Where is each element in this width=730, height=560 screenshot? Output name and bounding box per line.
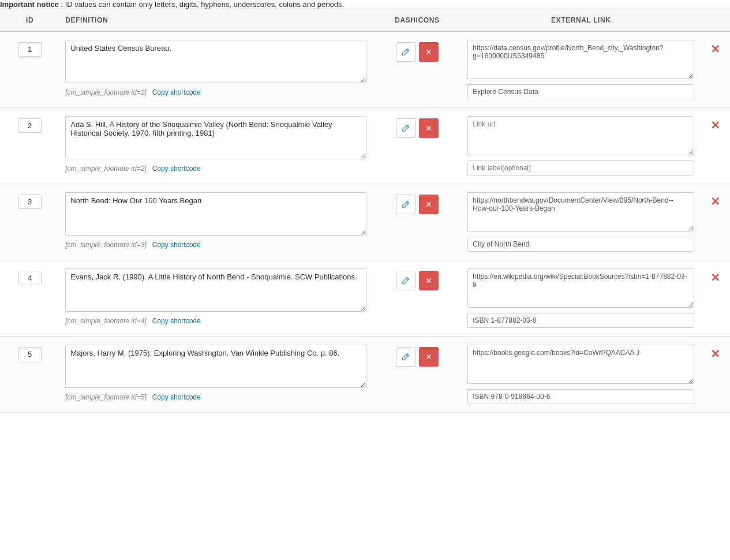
id-cell: 4 [0,260,59,337]
dashicons-cell: ✕ [372,32,462,108]
external-link-cell [462,184,700,260]
copy-shortcode-link[interactable]: Copy shortcode [152,165,201,173]
important-notice: Important notice : ID values can contain… [0,0,730,9]
id-value: 3 [18,195,42,209]
copy-shortcode-link[interactable]: Copy shortcode [152,317,201,325]
external-label-input[interactable] [467,313,694,328]
definition-textarea[interactable] [65,116,366,159]
delete-row-button[interactable]: ✕ [710,195,720,208]
definition-textarea[interactable] [65,345,366,388]
edit-dashicon-button[interactable] [396,195,415,214]
external-link-cell [462,32,700,108]
col-header-id: ID [0,9,59,32]
definition-cell: [cm_simple_footnote id=2]Copy shortcode [59,108,372,184]
external-link-cell [462,108,700,184]
edit-dashicon-button[interactable] [396,347,415,367]
external-label-input[interactable] [467,84,694,99]
clear-dashicon-button[interactable]: ✕ [419,42,439,62]
definition-cell: [cm_simple_footnote id=3]Copy shortcode [59,184,372,260]
notice-text: Important notice : ID values can contain… [0,0,344,9]
delete-row-button[interactable]: ✕ [710,118,720,132]
copy-shortcode-link[interactable]: Copy shortcode [152,88,201,96]
dashicons-cell: ✕ [372,337,462,413]
shortcode-text: [cm_simple_footnote id=3] [65,241,146,249]
table-row: 3[cm_simple_footnote id=3]Copy shortcode… [0,184,730,260]
id-cell: 5 [0,337,59,413]
col-header-external: EXTERNAL LINK [462,9,700,32]
delete-cell: ✕ [700,108,730,184]
definition-textarea[interactable] [65,268,366,312]
col-header-definition: DEFINITION [59,9,372,32]
shortcode-text: [cm_simple_footnote id=4] [65,317,146,325]
external-label-input[interactable] [467,160,694,176]
clear-dashicon-button[interactable]: ✕ [419,271,439,290]
external-url-textarea[interactable] [467,345,694,384]
edit-dashicon-button[interactable] [396,118,415,138]
delete-row-button[interactable]: ✕ [710,42,720,56]
external-label-input[interactable] [467,237,694,252]
id-cell: 3 [0,184,59,260]
external-url-textarea[interactable] [467,192,694,232]
shortcode-text: [cm_simple_footnote id=2] [65,165,146,173]
delete-cell: ✕ [700,32,730,108]
col-header-actions [700,9,730,32]
edit-dashicon-button[interactable] [396,271,415,290]
table-row: 2[cm_simple_footnote id=2]Copy shortcode… [0,108,730,184]
external-url-textarea[interactable] [467,268,694,308]
definition-textarea[interactable] [65,40,366,83]
external-label-input[interactable] [467,389,694,404]
delete-row-button[interactable]: ✕ [710,347,720,361]
dashicons-cell: ✕ [372,184,462,260]
delete-row-button[interactable]: ✕ [710,271,720,285]
id-cell: 2 [0,108,59,184]
edit-dashicon-button[interactable] [396,42,415,62]
copy-shortcode-link[interactable]: Copy shortcode [152,393,201,401]
id-value: 1 [18,42,42,57]
external-url-textarea[interactable] [467,40,694,79]
definition-cell: [cm_simple_footnote id=1]Copy shortcode [59,32,372,108]
dashicons-cell: ✕ [372,260,462,337]
dashicons-cell: ✕ [372,108,462,184]
shortcode-text: [cm_simple_footnote id=1] [65,88,146,96]
id-value: 2 [18,118,42,133]
copy-shortcode-link[interactable]: Copy shortcode [152,241,201,249]
definition-cell: [cm_simple_footnote id=4]Copy shortcode [59,260,372,337]
id-value: 5 [18,347,42,361]
table-row: 4[cm_simple_footnote id=4]Copy shortcode… [0,260,730,337]
delete-cell: ✕ [700,184,730,260]
external-link-cell [462,337,700,413]
clear-dashicon-button[interactable]: ✕ [419,347,439,367]
id-value: 4 [18,271,42,285]
table-row: 1[cm_simple_footnote id=1]Copy shortcode… [0,32,730,108]
clear-dashicon-button[interactable]: ✕ [419,118,439,138]
definition-cell: [cm_simple_footnote id=5]Copy shortcode [59,337,372,413]
id-cell: 1 [0,32,59,108]
delete-cell: ✕ [700,337,730,413]
definition-textarea[interactable] [65,192,366,236]
clear-dashicon-button[interactable]: ✕ [419,195,439,214]
col-header-dashicons: DASHICONS [372,9,462,32]
delete-cell: ✕ [700,260,730,337]
shortcode-text: [cm_simple_footnote id=5] [65,393,146,401]
table-row: 5[cm_simple_footnote id=5]Copy shortcode… [0,337,730,413]
external-url-textarea[interactable] [467,116,694,155]
external-link-cell [462,260,700,337]
